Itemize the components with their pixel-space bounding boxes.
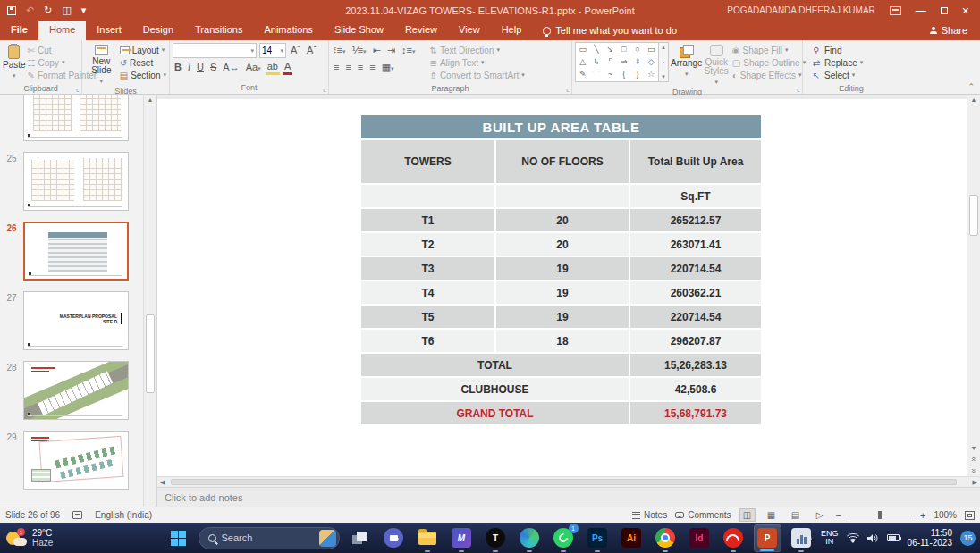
align-right-icon[interactable]: ≡ (356, 62, 365, 73)
wifi-icon[interactable] (847, 533, 859, 543)
file-explorer-button[interactable] (414, 524, 442, 552)
strikethrough-button[interactable]: S (208, 62, 218, 73)
convert-smartart-button[interactable]: ⇯Convert to SmartArt▾ (430, 69, 525, 81)
redo-icon[interactable]: ↻ (44, 5, 52, 15)
drawing-dialog-launcher[interactable]: ⌞ (797, 85, 800, 93)
slide-thumbnail-25[interactable] (23, 152, 129, 211)
start-slideshow-icon[interactable]: ◫ (62, 5, 71, 15)
line-spacing-icon[interactable]: ↕≡▾ (400, 45, 417, 57)
align-left-icon[interactable]: ≡ (332, 62, 341, 73)
whatsapp-button[interactable]: 1 (550, 524, 578, 552)
notes-toggle-button[interactable]: Notes (632, 510, 667, 520)
ribbon-display-options-icon[interactable] (890, 6, 901, 15)
horizontal-scrollbar-thumb[interactable] (171, 479, 957, 485)
slide-sorter-view-button[interactable]: ▦ (764, 508, 780, 522)
zoom-out-button[interactable]: − (836, 510, 841, 521)
col-header-floors[interactable]: NO OF FLOORS (495, 139, 629, 184)
tab-file[interactable]: File (0, 21, 38, 40)
maximize-button[interactable] (941, 7, 948, 14)
bullets-icon[interactable]: ⁝≡▾ (332, 45, 347, 57)
quick-styles-button[interactable]: Quick Styles ▾ (705, 42, 729, 87)
font-name-combo[interactable]: ▾ (173, 43, 257, 58)
decrease-indent-icon[interactable]: ⇤ (371, 45, 383, 56)
zoom-in-button[interactable]: + (920, 510, 925, 521)
edge-button[interactable] (516, 524, 544, 552)
highlight-color-icon[interactable]: ab (266, 61, 280, 75)
undo-icon[interactable]: ↶ (26, 5, 34, 15)
hidden-icons-chevron[interactable]: ∧ (807, 533, 813, 542)
layout-button[interactable]: Layout▾ (120, 44, 166, 56)
shapes-gallery[interactable]: ▭╲↘□○▭ △↳⌜⇒⇓◇ ✎⌒~{}☆ (575, 42, 659, 82)
slide-thumbnail-27[interactable]: MASTERPLAN PROPOSALSITE D (23, 291, 129, 350)
next-slide-icon[interactable]: » (970, 468, 977, 473)
vertical-scrollbar-thumb[interactable] (969, 195, 978, 236)
meet-app-button[interactable] (380, 524, 408, 552)
paragraph-dialog-launcher[interactable]: ⌞ (566, 85, 570, 93)
slide-thumbnail-29[interactable] (23, 431, 129, 490)
select-button[interactable]: ↖Select▾ (811, 69, 897, 81)
change-case-icon[interactable]: Aa▾ (244, 62, 263, 74)
zoom-level[interactable]: 100% (934, 510, 957, 520)
italic-button[interactable]: I (186, 62, 192, 73)
increase-font-icon[interactable]: Aˆ (289, 45, 302, 56)
unit-cell[interactable]: Sq.FT (629, 184, 762, 208)
reading-view-button[interactable]: ▤ (788, 508, 804, 522)
shape-outline-button[interactable]: ▢Shape Outline▾ (732, 56, 806, 69)
character-spacing-icon[interactable]: A↔ (221, 62, 241, 73)
slide-canvas[interactable]: BUILT UP AREA TABLE TOWERS NO OF FLOORS … (157, 99, 967, 476)
align-text-button[interactable]: ≣Align Text▾ (430, 56, 525, 69)
section-button[interactable]: ▤Section▾ (120, 69, 166, 81)
scroll-up-icon[interactable]: ▲ (967, 96, 980, 103)
comments-toggle-button[interactable]: Comments (675, 510, 731, 520)
photoshop-button[interactable]: Ps (584, 524, 612, 552)
clock[interactable]: 11:50 06-11-2023 (908, 528, 952, 548)
zoom-slider-thumb[interactable] (878, 511, 882, 519)
slideshow-view-button[interactable]: ▷ (812, 508, 828, 522)
scroll-right-icon[interactable]: ▶ (973, 479, 977, 486)
volume-icon[interactable] (867, 533, 879, 543)
bold-button[interactable]: B (173, 62, 183, 73)
shapes-gallery-scrollbar[interactable]: ▲▪▼ (659, 42, 669, 82)
normal-view-button[interactable]: ◫ (739, 508, 756, 522)
font-name-input[interactable] (175, 46, 250, 55)
notification-count-badge[interactable]: 15 (960, 531, 976, 546)
save-icon[interactable] (7, 6, 16, 15)
slide-thumbnail-26-current[interactable] (23, 222, 129, 281)
notes-pane[interactable]: Click to add notes (157, 487, 980, 507)
close-button[interactable]: × (962, 5, 969, 16)
antivirus-button[interactable] (720, 524, 748, 552)
font-size-combo[interactable]: ▾ (259, 43, 286, 58)
accessibility-checker-icon[interactable] (72, 511, 82, 519)
weather-widget[interactable]: 1 29°C Haze (5, 528, 53, 548)
search-input[interactable] (222, 532, 314, 543)
decrease-font-icon[interactable]: Aˇ (305, 45, 318, 56)
powerpoint-button[interactable]: P (754, 524, 781, 552)
font-dialog-launcher[interactable]: ⌞ (323, 85, 326, 93)
justify-icon[interactable]: ≡ (368, 62, 376, 73)
slide-thumbnail-28[interactable] (23, 361, 129, 420)
indesign-button[interactable]: Id (686, 524, 714, 552)
clipboard-dialog-launcher[interactable]: ⌞ (76, 85, 80, 93)
col-header-area[interactable]: Total Built Up Area (629, 139, 762, 184)
scroll-down-icon[interactable]: ▼ (971, 445, 977, 451)
share-button[interactable]: Share (917, 21, 980, 40)
col-header-towers[interactable]: TOWERS (360, 139, 495, 184)
paste-button[interactable]: Paste ▾ (3, 42, 26, 80)
scroll-up-icon[interactable]: ▲ (144, 96, 156, 103)
thumbnail-scrollbar-thumb[interactable] (146, 314, 155, 393)
built-up-area-table[interactable]: BUILT UP AREA TABLE TOWERS NO OF FLOORS … (359, 113, 763, 426)
tab-view[interactable]: View (448, 21, 491, 40)
fit-slide-to-window-icon[interactable] (965, 511, 975, 520)
t-app-button[interactable]: T (482, 524, 510, 552)
previous-slide-icon[interactable]: « (970, 457, 977, 461)
account-name[interactable]: POGADADANDA DHEERAJ KUMAR (727, 5, 875, 15)
increase-indent-icon[interactable]: ⇥ (385, 45, 397, 56)
tab-review[interactable]: Review (394, 21, 448, 40)
tab-animations[interactable]: Animations (253, 21, 323, 40)
tab-insert[interactable]: Insert (86, 21, 132, 40)
minimize-button[interactable]: — (916, 5, 926, 16)
slide-thumbnail-24[interactable] (23, 95, 129, 141)
start-button[interactable] (165, 524, 192, 551)
replace-button[interactable]: ⇄Replace▾ (811, 56, 897, 69)
table-title[interactable]: BUILT UP AREA TABLE (360, 114, 762, 139)
